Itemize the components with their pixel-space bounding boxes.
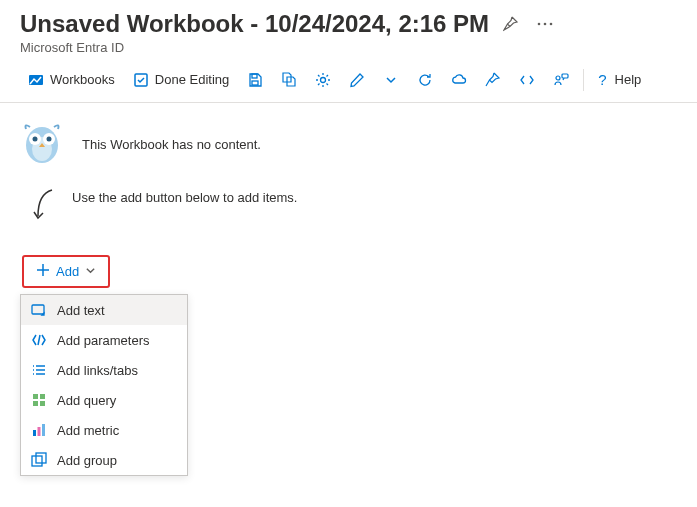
svg-point-1: [544, 23, 547, 26]
svg-rect-31: [33, 430, 36, 436]
more-icon[interactable]: [533, 18, 557, 30]
feedback-button[interactable]: [545, 68, 577, 92]
pencil-icon: [349, 72, 365, 88]
done-editing-button[interactable]: Done Editing: [125, 68, 237, 92]
settings-button[interactable]: [307, 68, 339, 92]
add-menu: Add text Add parameters Add links/tabs A…: [20, 294, 188, 476]
svg-rect-28: [40, 394, 45, 399]
svg-line-20: [38, 335, 40, 345]
svg-point-7: [321, 77, 326, 82]
save-button[interactable]: [239, 68, 271, 92]
menu-label: Add parameters: [57, 333, 150, 348]
toolbar: Workbooks Done Editing: [0, 61, 697, 103]
pin-toolbar-icon: [485, 72, 501, 88]
refresh-button[interactable]: [409, 68, 441, 92]
chevron-down-icon: [85, 264, 96, 279]
edit-dropdown[interactable]: [375, 68, 407, 92]
use-add-text: Use the add button below to add items.: [72, 188, 297, 205]
text-icon: [31, 302, 47, 318]
owl-icon: [20, 121, 64, 168]
svg-point-0: [538, 23, 541, 26]
refresh-icon: [417, 72, 433, 88]
done-editing-icon: [133, 72, 149, 88]
add-label: Add: [56, 264, 79, 279]
metric-icon: [31, 422, 47, 438]
svg-point-14: [33, 137, 38, 142]
cloud-icon: [451, 72, 467, 88]
help-button[interactable]: ? Help: [590, 67, 649, 92]
menu-label: Add links/tabs: [57, 363, 138, 378]
edit-button[interactable]: [341, 68, 373, 92]
save-as-button[interactable]: [273, 68, 305, 92]
svg-rect-5: [252, 74, 257, 78]
page-title: Unsaved Workbook - 10/24/2024, 2:16 PM: [20, 10, 489, 38]
workbooks-icon: [28, 72, 44, 88]
svg-rect-6: [252, 81, 258, 85]
toolbar-separator: [583, 69, 584, 91]
menu-label: Add text: [57, 303, 105, 318]
svg-rect-33: [42, 424, 45, 436]
no-content-text: This Workbook has no content.: [82, 137, 261, 152]
menu-add-links[interactable]: Add links/tabs: [21, 355, 187, 385]
grid-icon: [31, 392, 47, 408]
breadcrumb: Microsoft Entra ID: [20, 40, 677, 55]
code-button[interactable]: [511, 68, 543, 92]
arrow-down-icon: [32, 188, 58, 227]
share-button[interactable]: [443, 68, 475, 92]
list-icon: [31, 362, 47, 378]
menu-add-query[interactable]: Add query: [21, 385, 187, 415]
pin-icon[interactable]: [499, 12, 523, 36]
menu-label: Add metric: [57, 423, 119, 438]
menu-add-text[interactable]: Add text: [21, 295, 187, 325]
svg-point-2: [550, 23, 553, 26]
code-icon: [519, 72, 535, 88]
menu-add-metric[interactable]: Add metric: [21, 415, 187, 445]
parameters-icon: [31, 332, 47, 348]
person-feedback-icon: [553, 72, 569, 88]
workbooks-label: Workbooks: [50, 72, 115, 87]
svg-rect-19: [32, 305, 44, 314]
svg-rect-9: [562, 74, 568, 78]
svg-rect-32: [38, 427, 41, 436]
save-as-icon: [281, 72, 297, 88]
done-editing-label: Done Editing: [155, 72, 229, 87]
group-icon: [31, 452, 47, 468]
workbooks-button[interactable]: Workbooks: [20, 68, 123, 92]
plus-icon: [36, 263, 50, 280]
svg-rect-29: [33, 401, 38, 406]
svg-rect-30: [40, 401, 45, 406]
menu-add-group[interactable]: Add group: [21, 445, 187, 475]
menu-label: Add group: [57, 453, 117, 468]
help-label: Help: [615, 72, 642, 87]
svg-rect-35: [36, 453, 46, 463]
gear-icon: [315, 72, 331, 88]
svg-point-15: [47, 137, 52, 142]
svg-point-8: [556, 76, 560, 80]
svg-rect-34: [32, 456, 42, 466]
help-icon: ?: [598, 71, 606, 88]
pin-button[interactable]: [477, 68, 509, 92]
menu-add-parameters[interactable]: Add parameters: [21, 325, 187, 355]
chevron-down-icon: [383, 72, 399, 88]
svg-rect-27: [33, 394, 38, 399]
save-icon: [247, 72, 263, 88]
add-button[interactable]: Add: [22, 255, 110, 288]
menu-label: Add query: [57, 393, 116, 408]
